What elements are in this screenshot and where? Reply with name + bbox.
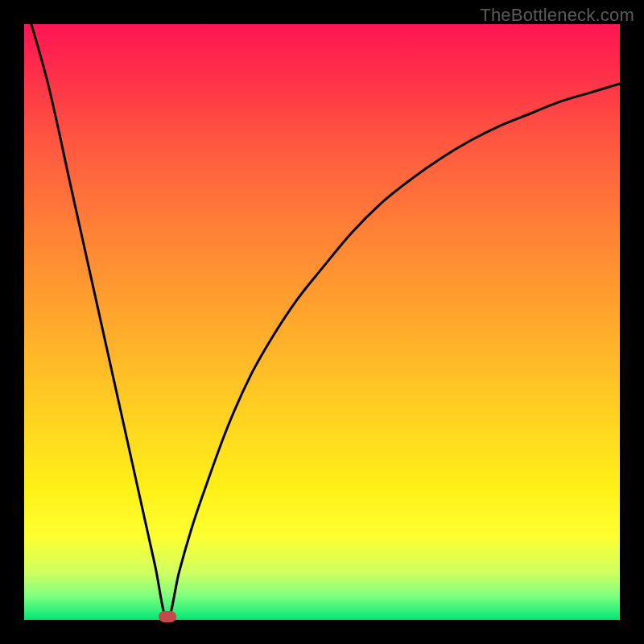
plot-area bbox=[24, 24, 620, 620]
watermark-text: TheBottleneck.com bbox=[480, 5, 634, 26]
curve-svg bbox=[24, 24, 620, 620]
chart-container: TheBottleneck.com bbox=[0, 0, 644, 644]
bottleneck-curve bbox=[24, 24, 620, 620]
minimum-marker bbox=[159, 611, 176, 622]
